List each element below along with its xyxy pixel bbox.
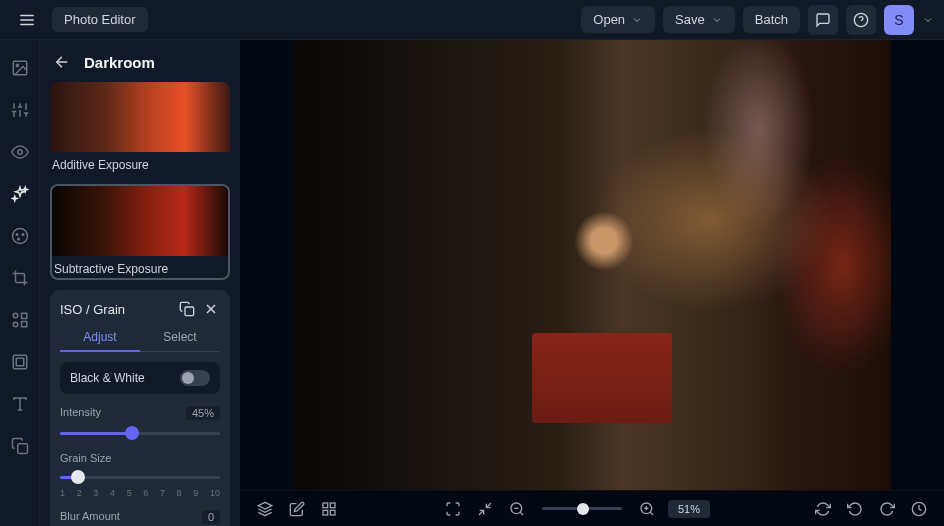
photo-preview [293,40,891,490]
rail-effects[interactable] [6,180,34,208]
rail-visibility[interactable] [6,138,34,166]
tab-select[interactable]: Select [140,324,220,351]
svg-rect-25 [13,355,27,369]
help-icon [853,12,869,28]
chevron-down-icon [631,14,643,26]
history-button[interactable] [908,498,930,520]
crop-icon [11,269,29,287]
svg-point-17 [12,229,27,244]
tab-adjust[interactable]: Adjust [60,324,140,352]
canvas[interactable] [240,40,944,490]
arrow-left-icon [53,53,71,71]
svg-point-16 [17,150,22,155]
preset-thumbnail [52,186,228,256]
zoom-slider[interactable] [542,502,622,516]
zoom-in-icon [639,501,655,517]
rail-shapes[interactable] [6,306,34,334]
svg-point-18 [16,234,18,236]
save-label: Save [675,12,705,27]
rail-palette[interactable] [6,222,34,250]
rail-crop[interactable] [6,264,34,292]
back-button[interactable] [50,50,74,74]
intensity-value: 45% [186,406,220,420]
bw-toggle[interactable] [180,370,210,386]
svg-rect-35 [323,503,328,508]
svg-point-23 [13,322,18,327]
grid-button[interactable] [318,498,340,520]
sliders-icon [11,101,29,119]
preset-label: Additive Exposure [50,152,230,174]
refresh-button[interactable] [812,498,834,520]
open-button[interactable]: Open [581,6,655,33]
section-title: ISO / Grain [60,302,172,317]
svg-point-21 [13,313,18,318]
close-icon [203,301,219,317]
help-button[interactable] [846,5,876,35]
batch-button[interactable]: Batch [743,6,800,33]
shapes-icon [11,311,29,329]
duplicate-button[interactable] [178,300,196,318]
fullscreen-button[interactable] [442,498,464,520]
zoom-out-icon [509,501,525,517]
copy-icon [179,301,195,317]
grain-ticks: 12345678910 [60,488,220,498]
layers-button[interactable] [254,498,276,520]
undo-icon [847,501,863,517]
svg-rect-24 [21,322,26,327]
svg-rect-31 [185,307,194,316]
menu-button[interactable] [10,6,44,34]
svg-point-19 [22,234,24,236]
open-label: Open [593,12,625,27]
redo-button[interactable] [876,498,898,520]
svg-line-39 [486,503,491,508]
comments-button[interactable] [808,5,838,35]
frame-icon [11,353,29,371]
redo-icon [879,501,895,517]
close-section-button[interactable] [202,300,220,318]
avatar[interactable]: S [884,5,914,35]
image-icon [11,59,29,77]
fit-button[interactable] [474,498,496,520]
rail-image[interactable] [6,54,34,82]
svg-point-20 [17,238,19,240]
blur-value: 0 [202,510,220,524]
edit-icon [289,501,305,517]
maximize-icon [445,501,461,517]
rail-adjust[interactable] [6,96,34,124]
svg-point-6 [16,64,18,66]
app-title: Photo Editor [52,7,148,32]
bw-label: Black & White [70,371,145,385]
zoom-out-button[interactable] [506,498,528,520]
rail-text[interactable] [6,390,34,418]
svg-rect-29 [17,444,27,454]
svg-line-40 [479,510,484,515]
svg-rect-26 [16,358,24,366]
preset-additive[interactable]: Additive Exposure [50,82,230,174]
undo-button[interactable] [844,498,866,520]
svg-rect-22 [21,313,26,318]
edit-button[interactable] [286,498,308,520]
toggle-knob [182,372,194,384]
svg-rect-38 [323,510,328,515]
grid-icon [321,501,337,517]
blur-label: Blur Amount [60,510,120,524]
svg-rect-36 [330,503,335,508]
save-button[interactable]: Save [663,6,735,33]
rail-layers[interactable] [6,432,34,460]
zoom-value: 51% [668,500,710,518]
sparkles-icon [11,185,29,203]
eye-icon [11,143,29,161]
preset-subtractive[interactable]: Subtractive Exposure [50,184,230,280]
grain-label: Grain Size [60,452,111,464]
minimize-icon [477,501,493,517]
grain-slider[interactable] [60,470,220,484]
copy-icon [11,437,29,455]
preset-thumbnail [50,82,230,152]
intensity-label: Intensity [60,406,101,420]
zoom-in-button[interactable] [636,498,658,520]
svg-line-45 [650,512,653,515]
chevron-down-icon[interactable] [922,14,934,26]
rail-frame[interactable] [6,348,34,376]
intensity-slider[interactable] [60,426,220,440]
chevron-down-icon [711,14,723,26]
